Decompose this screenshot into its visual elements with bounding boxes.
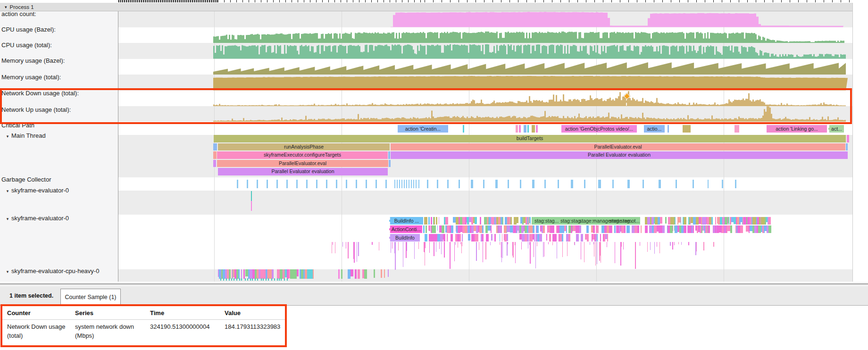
gc-event-tick[interactable]	[495, 180, 498, 188]
dense-slice[interactable]	[480, 217, 481, 225]
gc-event-tick[interactable]	[722, 180, 723, 188]
gc-event-tick[interactable]	[336, 180, 337, 188]
sidebar-item-main-thread[interactable]: ▾Main Thread	[0, 132, 116, 139]
dense-slice[interactable]	[553, 225, 554, 233]
slice[interactable]	[423, 225, 425, 233]
sub-tick[interactable]	[274, 278, 275, 281]
sub-tick[interactable]	[247, 278, 248, 281]
gc-event-tick[interactable]	[385, 180, 387, 188]
gc-event-tick[interactable]	[356, 180, 357, 188]
slice-buildinfo[interactable]: BuildInfo	[389, 234, 420, 242]
gc-event-tick[interactable]	[376, 180, 377, 188]
sub-tick[interactable]	[245, 278, 246, 281]
gc-event-tick[interactable]	[416, 180, 417, 188]
gc-event-tick[interactable]	[571, 180, 573, 188]
slice[interactable]	[536, 125, 538, 133]
dense-slice[interactable]	[241, 269, 242, 279]
expand-arrow-icon[interactable]: ▾	[4, 269, 11, 274]
dense-slice[interactable]	[614, 225, 616, 233]
gc-event-tick[interactable]	[676, 180, 677, 188]
dense-slice[interactable]	[665, 217, 667, 224]
counter-chart-cpu-usage-total[interactable]	[213, 44, 846, 59]
slice[interactable]	[463, 125, 464, 133]
gc-event-tick[interactable]	[406, 180, 407, 188]
dense-slice[interactable]	[711, 217, 713, 225]
gc-event-tick[interactable]	[346, 180, 347, 188]
dense-slice[interactable]	[693, 225, 694, 233]
dense-slice[interactable]	[662, 225, 665, 233]
dense-slice[interactable]	[587, 234, 589, 242]
expand-arrow-icon[interactable]: ▾	[4, 217, 11, 221]
dense-slice[interactable]	[684, 225, 686, 233]
dense-slice[interactable]	[459, 234, 461, 242]
dense-slice[interactable]	[530, 217, 531, 225]
slice[interactable]	[516, 125, 518, 133]
gc-event-tick[interactable]	[558, 180, 559, 188]
gc-event-tick[interactable]	[584, 180, 585, 188]
dense-slice[interactable]	[510, 217, 512, 225]
sub-tick[interactable]	[250, 278, 251, 281]
gc-event-tick[interactable]	[413, 180, 414, 188]
gc-event-tick[interactable]	[247, 180, 248, 188]
dense-slice[interactable]	[729, 217, 729, 225]
sub-tick[interactable]	[281, 278, 282, 281]
dense-slice[interactable]	[494, 234, 496, 242]
slice-parallel-evaluator-evaluatio[interactable]: Parallel Evaluator evaluation	[218, 168, 388, 175]
slice[interactable]	[428, 217, 430, 225]
sub-tick[interactable]	[226, 278, 227, 281]
gc-event-tick[interactable]	[276, 180, 278, 188]
gc-event-tick[interactable]	[401, 180, 402, 188]
mini-slice[interactable]	[251, 201, 252, 211]
slice-tick[interactable]	[384, 269, 385, 278]
dense-slice[interactable]	[597, 234, 598, 242]
slice[interactable]	[532, 125, 535, 133]
dense-slice[interactable]	[229, 269, 231, 279]
dense-slice[interactable]	[546, 234, 547, 241]
sub-tick[interactable]	[287, 278, 288, 281]
gc-event-tick[interactable]	[659, 180, 661, 188]
dense-slice[interactable]	[313, 269, 314, 279]
slice[interactable]	[213, 151, 217, 159]
slice-parallel-evaluator-evaluatio[interactable]: Parallel Evaluator evaluation	[391, 151, 848, 159]
gc-event-tick[interactable]	[237, 180, 238, 188]
slice[interactable]	[213, 143, 217, 151]
dense-slice[interactable]	[637, 225, 639, 233]
dense-slice[interactable]	[768, 217, 771, 225]
timeline-canvas[interactable]: action 'Creatin...action 'GenObjcProtos …	[0, 0, 868, 282]
dense-slice[interactable]	[439, 217, 439, 224]
dense-slice[interactable]	[527, 234, 529, 242]
slice[interactable]	[519, 125, 521, 133]
gc-event-tick[interactable]	[397, 180, 398, 188]
dense-slice[interactable]	[715, 217, 716, 225]
sub-tick[interactable]	[236, 278, 237, 281]
sub-tick[interactable]	[277, 278, 278, 281]
slice-parallelevaluator-eval[interactable]: ParallelEvaluator.eval	[391, 143, 845, 151]
sub-tick[interactable]	[229, 278, 230, 281]
gc-event-tick[interactable]	[296, 180, 298, 188]
sub-tick[interactable]	[279, 278, 280, 281]
gc-event-tick[interactable]	[520, 180, 521, 188]
slice[interactable]	[846, 143, 848, 151]
slice-actionconti-[interactable]: ActionConti...	[389, 225, 422, 233]
dense-slice[interactable]	[586, 225, 589, 233]
dense-slice[interactable]	[740, 225, 743, 233]
slice[interactable]	[389, 160, 391, 167]
dense-slice[interactable]	[482, 225, 484, 233]
dense-slice[interactable]	[628, 225, 630, 233]
dense-slice[interactable]	[684, 217, 686, 225]
dense-slice[interactable]	[534, 234, 535, 242]
gc-event-tick[interactable]	[306, 180, 308, 188]
sidebar-item-skyframe-evaluator-0[interactable]: ▾skyframe-evaluator-0	[0, 187, 116, 194]
dense-slice[interactable]	[568, 234, 570, 242]
dense-slice[interactable]	[501, 225, 502, 233]
gc-event-tick[interactable]	[418, 180, 419, 188]
slice[interactable]	[527, 125, 529, 133]
slice-act-[interactable]: act...	[828, 125, 844, 133]
sub-tick[interactable]	[252, 278, 253, 281]
slice[interactable]	[683, 125, 691, 133]
gc-event-tick[interactable]	[427, 180, 428, 188]
dense-slice[interactable]	[641, 225, 642, 233]
dense-slice[interactable]	[452, 225, 453, 233]
gc-event-tick[interactable]	[643, 180, 644, 188]
dense-slice[interactable]	[660, 217, 662, 224]
